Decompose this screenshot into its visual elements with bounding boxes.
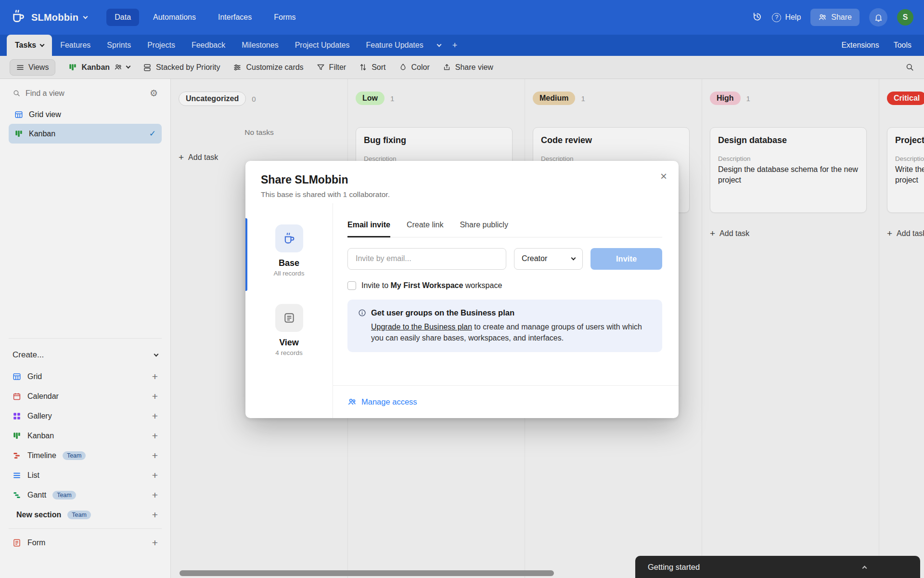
upgrade-link[interactable]: Upgrade to the Business plan: [371, 323, 472, 331]
share-content-main: Email invite Create link Share publicly …: [333, 203, 679, 385]
tab-create-link[interactable]: Create link: [407, 221, 443, 237]
upsell-body: Upgrade to the Business plan to create a…: [371, 321, 650, 343]
tab-email-invite[interactable]: Email invite: [347, 221, 390, 237]
share-tabs: Email invite Create link Share publicly: [347, 221, 662, 237]
invite-button[interactable]: Invite: [590, 248, 662, 270]
view-icon: [283, 312, 295, 324]
rail-item-base[interactable]: Base All records: [274, 224, 305, 277]
view-tile: [275, 304, 303, 332]
chevron-down-icon: [571, 255, 576, 260]
dialog-body: Base All records View 4 records: [245, 203, 679, 418]
dialog-header: Share SLMobbin This base is shared with …: [245, 161, 679, 203]
upsell-title-row: Get user groups on the Business plan: [358, 308, 652, 317]
dialog-subtitle: This base is shared with 1 collaborator.: [261, 190, 663, 199]
invite-email-input[interactable]: [347, 248, 506, 270]
base-icon: [282, 232, 296, 245]
info-icon: [358, 309, 366, 317]
share-dialog: × Share SLMobbin This base is shared wit…: [245, 161, 679, 418]
invite-row: Creator Invite: [347, 248, 662, 270]
manage-access-link[interactable]: Manage access: [347, 397, 417, 407]
upsell-panel: Get user groups on the Business plan Upg…: [347, 300, 662, 352]
dialog-footer: Manage access: [333, 385, 679, 418]
role-select[interactable]: Creator: [514, 248, 583, 270]
tab-share-publicly[interactable]: Share publicly: [460, 221, 508, 237]
people-icon: [347, 397, 357, 407]
dialog-title: Share SLMobbin: [261, 173, 663, 186]
share-scope-rail: Base All records View 4 records: [245, 203, 333, 418]
close-icon[interactable]: ×: [660, 171, 667, 182]
checkbox-label: Invite to My First Workspace workspace: [361, 281, 502, 290]
rail-item-view[interactable]: View 4 records: [275, 304, 303, 356]
share-content: Email invite Create link Share publicly …: [333, 203, 679, 418]
workspace-invite-option[interactable]: Invite to My First Workspace workspace: [347, 281, 662, 290]
app-window: SLMobbin Data Automations Interfaces For…: [0, 0, 924, 578]
base-tile: [275, 224, 303, 252]
selected-indicator: [245, 218, 247, 291]
checkbox[interactable]: [347, 281, 356, 290]
